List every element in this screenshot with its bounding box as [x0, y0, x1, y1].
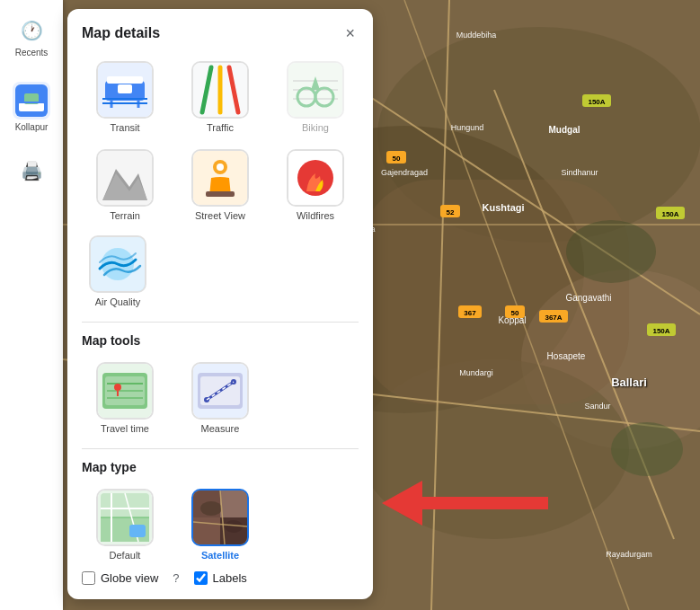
measure-option[interactable]: Measure	[177, 358, 263, 438]
traffic-label: Traffic	[207, 122, 234, 133]
sidebar: 🕐 Recents Kollapur 🖨️	[0, 0, 63, 610]
svg-text:367A: 367A	[545, 314, 562, 322]
travel-time-option[interactable]: Travel time	[82, 358, 168, 438]
panel-footer: Globe view ? Labels	[82, 571, 359, 585]
map-details-grid: Transit Traffic	[82, 57, 359, 225]
svg-text:Koppal: Koppal	[498, 315, 526, 325]
traffic-option[interactable]: Traffic	[177, 57, 263, 137]
help-icon[interactable]: ?	[173, 571, 179, 585]
svg-rect-57	[118, 84, 132, 93]
svg-rect-102	[129, 525, 146, 537]
panel-header: Map details ×	[82, 23, 359, 43]
svg-text:Muddebiha: Muddebiha	[456, 31, 497, 40]
svg-text:52: 52	[447, 208, 455, 217]
terrain-option[interactable]: Terrain	[82, 146, 168, 225]
svg-point-75	[217, 164, 224, 171]
travel-time-icon	[96, 362, 154, 420]
sidebar-item-print[interactable]: 🖨️	[5, 149, 58, 192]
close-button[interactable]: ×	[341, 23, 359, 43]
map-tools-grid: Travel time Measure	[82, 358, 359, 438]
terrain-icon	[96, 149, 154, 207]
svg-text:50: 50	[393, 155, 401, 163]
svg-text:Mundargi: Mundargi	[459, 368, 493, 377]
svg-text:Mudgal: Mudgal	[549, 125, 580, 135]
street-view-icon	[191, 149, 249, 207]
recents-icon: 🕐	[17, 16, 46, 45]
default-map-icon	[96, 489, 154, 546]
svg-text:367: 367	[464, 309, 476, 317]
map-type-grid: Default Satellite	[82, 485, 359, 564]
svg-text:Sindhanur: Sindhanur	[561, 168, 598, 177]
svg-rect-107	[220, 491, 247, 517]
air-quality-icon	[89, 235, 146, 293]
transit-label: Transit	[110, 122, 139, 133]
travel-time-label: Travel time	[101, 423, 149, 434]
svg-point-13	[566, 220, 656, 283]
satellite-map-label: Satellite	[201, 550, 239, 561]
street-view-label: Street View	[195, 210, 245, 221]
wildfires-option[interactable]: Wildfires	[272, 146, 359, 225]
svg-marker-112	[382, 481, 548, 526]
svg-point-108	[200, 501, 222, 516]
sidebar-item-kollapur[interactable]: Kollapur	[5, 75, 58, 140]
svg-rect-74	[206, 191, 235, 197]
map-tools-title: Map tools	[82, 333, 359, 348]
globe-view-label: Globe view	[101, 571, 158, 585]
default-map-option[interactable]: Default	[82, 485, 168, 564]
transit-option[interactable]: Transit	[82, 57, 168, 137]
default-map-label: Default	[110, 550, 141, 561]
map-type-title: Map type	[82, 460, 359, 474]
map-details-panel: Map details × Transit	[67, 9, 373, 599]
terrain-label: Terrain	[110, 210, 140, 221]
labels-checkbox[interactable]	[194, 571, 208, 585]
transit-icon	[96, 61, 154, 119]
biking-option[interactable]: Biking	[272, 57, 359, 137]
measure-icon	[191, 362, 249, 420]
svg-text:Ballari: Ballari	[611, 376, 647, 389]
wildfires-label: Wildfires	[297, 210, 334, 221]
svg-text:Sandur: Sandur	[584, 402, 610, 411]
print-icon: 🖨️	[17, 156, 46, 185]
svg-rect-5	[359, 180, 629, 404]
measure-label: Measure	[201, 423, 240, 434]
kollapur-icon	[13, 82, 50, 119]
panel-title: Map details	[82, 25, 160, 41]
svg-point-86	[114, 384, 121, 391]
divider-1	[82, 322, 359, 323]
svg-text:Kushtagi: Kushtagi	[482, 202, 524, 213]
red-arrow	[377, 472, 557, 538]
svg-point-14	[611, 422, 683, 476]
svg-rect-106	[193, 517, 220, 544]
satellite-map-icon	[191, 489, 249, 546]
labels-checkbox-container[interactable]: Labels	[194, 571, 247, 585]
wildfires-icon	[287, 149, 344, 207]
traffic-icon	[191, 61, 249, 119]
air-quality-row: Air Quality	[82, 232, 359, 311]
labels-label: Labels	[213, 571, 247, 585]
svg-text:150A: 150A	[588, 98, 605, 106]
divider-2	[82, 448, 359, 449]
svg-text:150A: 150A	[661, 210, 678, 218]
svg-text:150A: 150A	[652, 327, 669, 335]
svg-rect-52	[107, 76, 143, 84]
svg-text:Rayadurgam: Rayadurgam	[606, 550, 652, 559]
biking-icon	[287, 61, 344, 119]
sidebar-kollapur-label: Kollapur	[15, 122, 49, 133]
street-view-option[interactable]: Street View	[177, 146, 263, 225]
satellite-map-option[interactable]: Satellite	[177, 485, 263, 564]
svg-text:Hosapete: Hosapete	[547, 351, 586, 361]
svg-text:Gangavathi: Gangavathi	[565, 293, 611, 303]
air-quality-label: Air Quality	[95, 296, 141, 307]
biking-label: Biking	[302, 122, 329, 133]
sidebar-item-recents[interactable]: 🕐 Recents	[5, 9, 58, 66]
globe-view-checkbox[interactable]	[82, 571, 95, 585]
air-quality-option[interactable]: Air Quality	[85, 232, 150, 311]
globe-view-checkbox-container[interactable]: Globe view	[82, 571, 158, 585]
svg-text:Gajendragad: Gajendragad	[381, 168, 428, 177]
sidebar-recents-label: Recents	[15, 48, 49, 58]
svg-text:Hungund: Hungund	[451, 123, 484, 132]
